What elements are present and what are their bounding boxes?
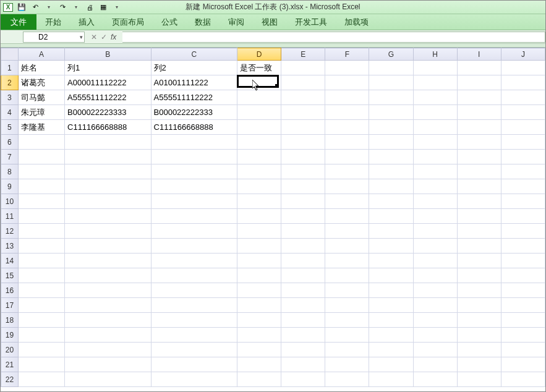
cell-B5[interactable]: C111166668888	[65, 120, 151, 135]
cell-H6[interactable]	[413, 135, 457, 150]
cell-J12[interactable]	[501, 224, 545, 239]
cell-I20[interactable]	[457, 343, 501, 357]
cell-D5[interactable]	[237, 120, 281, 135]
row-header-20[interactable]: 20	[1, 343, 19, 357]
cell-A1[interactable]: 姓名	[18, 61, 64, 75]
cell-H20[interactable]	[413, 343, 457, 357]
cell-A3[interactable]: 司马懿	[18, 90, 64, 105]
cell-C5[interactable]: C111166668888	[151, 120, 237, 135]
cell-H10[interactable]	[413, 194, 457, 209]
cell-E11[interactable]	[281, 209, 325, 224]
tab-developer[interactable]: 开发工具	[286, 14, 336, 30]
undo-icon[interactable]: ↶	[30, 2, 40, 12]
column-header-H[interactable]: H	[413, 48, 457, 61]
row-header-21[interactable]: 21	[1, 357, 19, 372]
cell-D4[interactable]	[237, 105, 281, 120]
cell-J3[interactable]	[501, 90, 545, 105]
cell-F18[interactable]	[325, 313, 369, 328]
cell-A14[interactable]	[18, 254, 64, 268]
select-all-corner[interactable]	[1, 48, 19, 61]
cell-B10[interactable]	[65, 194, 151, 209]
cell-F6[interactable]	[325, 135, 369, 150]
cell-A9[interactable]	[18, 179, 64, 194]
cell-G2[interactable]	[369, 75, 413, 90]
cell-G1[interactable]	[369, 61, 413, 75]
cell-B13[interactable]	[65, 239, 151, 254]
cell-E5[interactable]	[281, 120, 325, 135]
cell-G12[interactable]	[369, 224, 413, 239]
cell-H2[interactable]	[413, 75, 457, 90]
tab-page-layout[interactable]: 页面布局	[103, 14, 153, 30]
cell-H19[interactable]	[413, 328, 457, 343]
excel-app-icon[interactable]: X	[3, 3, 13, 12]
row-header-5[interactable]: 5	[1, 120, 19, 135]
cell-C2[interactable]: A01001111222	[151, 75, 237, 90]
tab-file[interactable]: 文件	[1, 14, 36, 30]
cell-A7[interactable]	[18, 150, 64, 164]
cell-B3[interactable]: A555511112222	[65, 90, 151, 105]
cell-E15[interactable]	[281, 268, 325, 283]
cell-A22[interactable]	[18, 372, 64, 387]
tab-view[interactable]: 视图	[253, 14, 286, 30]
cell-H8[interactable]	[413, 164, 457, 179]
row-header-9[interactable]: 9	[1, 179, 19, 194]
cell-F17[interactable]	[325, 298, 369, 313]
row-header-8[interactable]: 8	[1, 164, 19, 179]
column-header-J[interactable]: J	[501, 48, 545, 61]
cell-J19[interactable]	[501, 328, 545, 343]
redo-icon[interactable]: ↷	[58, 2, 67, 12]
cell-D3[interactable]	[237, 90, 281, 105]
row-header-4[interactable]: 4	[1, 105, 19, 120]
row-header-17[interactable]: 17	[1, 298, 19, 313]
cell-C3[interactable]: A555511112222	[151, 90, 237, 105]
cell-I13[interactable]	[457, 239, 501, 254]
cell-B8[interactable]	[65, 164, 151, 179]
cell-A21[interactable]	[18, 357, 64, 372]
cell-J10[interactable]	[501, 194, 545, 209]
cell-G19[interactable]	[369, 328, 413, 343]
cell-G13[interactable]	[369, 239, 413, 254]
cell-D16[interactable]	[237, 283, 281, 298]
row-header-12[interactable]: 12	[1, 224, 19, 239]
cell-J16[interactable]	[501, 283, 545, 298]
cell-C21[interactable]	[151, 357, 237, 372]
cell-F12[interactable]	[325, 224, 369, 239]
cell-F21[interactable]	[325, 357, 369, 372]
row-header-19[interactable]: 19	[1, 328, 19, 343]
cell-B9[interactable]	[65, 179, 151, 194]
cell-I22[interactable]	[457, 372, 501, 387]
row-header-1[interactable]: 1	[1, 61, 19, 75]
cell-H18[interactable]	[413, 313, 457, 328]
tab-review[interactable]: 审阅	[220, 14, 253, 30]
row-header-16[interactable]: 16	[1, 283, 19, 298]
cell-I5[interactable]	[457, 120, 501, 135]
cell-J21[interactable]	[501, 357, 545, 372]
cell-J5[interactable]	[501, 120, 545, 135]
cell-F10[interactable]	[325, 194, 369, 209]
cell-D6[interactable]	[237, 135, 281, 150]
cell-J14[interactable]	[501, 254, 545, 268]
cell-G11[interactable]	[369, 209, 413, 224]
cell-F19[interactable]	[325, 328, 369, 343]
cell-D10[interactable]	[237, 194, 281, 209]
cell-I19[interactable]	[457, 328, 501, 343]
cell-H11[interactable]	[413, 209, 457, 224]
cell-C22[interactable]	[151, 372, 237, 387]
cell-G5[interactable]	[369, 120, 413, 135]
row-header-6[interactable]: 6	[1, 135, 19, 150]
cell-C10[interactable]	[151, 194, 237, 209]
cell-I21[interactable]	[457, 357, 501, 372]
cell-B19[interactable]	[65, 328, 151, 343]
column-header-C[interactable]: C	[151, 48, 237, 61]
name-box-dropdown-icon[interactable]: ▾	[80, 34, 83, 40]
cell-C17[interactable]	[151, 298, 237, 313]
cell-J4[interactable]	[501, 105, 545, 120]
cell-G15[interactable]	[369, 268, 413, 283]
cell-D1[interactable]: 是否一致	[237, 61, 281, 75]
cell-F5[interactable]	[325, 120, 369, 135]
row-header-22[interactable]: 22	[1, 372, 19, 387]
cell-D2[interactable]	[237, 75, 281, 90]
cell-A18[interactable]	[18, 313, 64, 328]
cell-H3[interactable]	[413, 90, 457, 105]
cell-F7[interactable]	[325, 150, 369, 164]
